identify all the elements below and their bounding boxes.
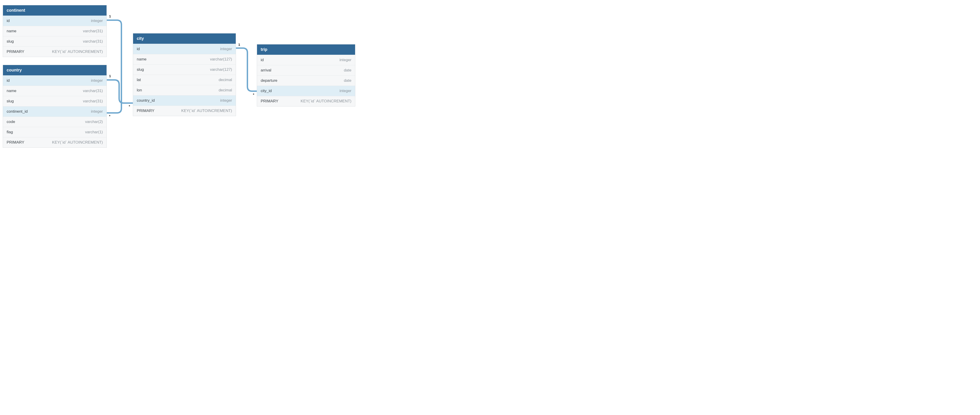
column-name: PRIMARY	[137, 108, 154, 113]
column-name: country_id	[137, 98, 154, 103]
column-row: name varchar(127)	[133, 54, 236, 64]
column-row: id integer	[133, 44, 236, 54]
cardinality-label-many: *	[253, 92, 254, 96]
column-type: integer	[339, 89, 352, 93]
column-row: PRIMARY KEY(`id` AUTOINCREMENT)	[3, 46, 107, 57]
column-type: date	[344, 78, 352, 83]
column-type: integer	[220, 98, 232, 103]
column-name: arrival	[261, 68, 271, 73]
column-name: code	[6, 119, 15, 124]
column-type: decimal	[218, 78, 232, 82]
column-row: name varchar(31)	[3, 26, 107, 36]
column-name: id	[137, 47, 140, 51]
column-type: integer	[339, 58, 352, 62]
column-type: KEY(`id` AUTOINCREMENT)	[301, 99, 352, 103]
column-name: name	[137, 57, 146, 62]
column-type: decimal	[218, 88, 232, 92]
column-type: integer	[91, 109, 103, 114]
column-type: integer	[91, 78, 103, 83]
column-row: id integer	[3, 16, 107, 26]
column-row: name varchar(31)	[3, 86, 107, 96]
column-type: varchar(127)	[210, 67, 232, 72]
column-name: PRIMARY	[6, 49, 24, 54]
column-type: integer	[220, 47, 232, 51]
column-name: slug	[137, 67, 144, 72]
entity-header: trip	[257, 45, 355, 55]
column-type: varchar(127)	[210, 57, 232, 62]
column-name: slug	[6, 99, 14, 103]
column-type: varchar(1)	[85, 130, 103, 134]
column-name: id	[6, 78, 10, 83]
column-type: KEY(`id` AUTOINCREMENT)	[52, 140, 103, 145]
cardinality-label-many: *	[129, 104, 130, 108]
column-row: slug varchar(31)	[3, 36, 107, 46]
column-name: city_id	[261, 89, 272, 93]
column-row: PRIMARY KEY(`id` AUTOINCREMENT)	[3, 137, 107, 148]
cardinality-label-one: 1	[238, 43, 240, 46]
column-name: flag	[6, 130, 13, 134]
entity-header: continent	[3, 5, 107, 16]
column-name: slug	[6, 39, 14, 44]
column-name: PRIMARY	[6, 140, 24, 145]
column-row: id integer	[257, 55, 355, 65]
entity-continent[interactable]: continent id integer name varchar(31) sl…	[3, 5, 107, 57]
column-type: KEY(`id` AUTOINCREMENT)	[181, 108, 232, 113]
column-name: lat	[137, 78, 141, 82]
column-row: country_id integer	[133, 95, 236, 106]
entity-country[interactable]: country id integer name varchar(31) slug…	[3, 65, 107, 148]
column-row: id integer	[3, 75, 107, 86]
column-row: slug varchar(31)	[3, 96, 107, 106]
column-type: KEY(`id` AUTOINCREMENT)	[52, 49, 103, 54]
column-name: continent_id	[6, 109, 28, 114]
column-type: varchar(31)	[83, 99, 103, 103]
cardinality-label-one: 1	[109, 74, 111, 78]
column-row: lon decimal	[133, 85, 236, 95]
column-type: varchar(31)	[83, 89, 103, 93]
column-row: continent_id integer	[3, 106, 107, 116]
column-name: name	[6, 29, 16, 33]
column-name: id	[261, 58, 264, 62]
column-row: slug varchar(127)	[133, 64, 236, 75]
column-type: varchar(31)	[83, 29, 103, 33]
entity-city[interactable]: city id integer name varchar(127) slug v…	[133, 33, 236, 116]
erd-canvas: 1 * 1 * 1 * continent id integer name va…	[0, 0, 360, 152]
column-row: code varchar(2)	[3, 116, 107, 127]
cardinality-label-many: *	[109, 114, 110, 118]
column-name: lon	[137, 88, 142, 92]
entity-header: country	[3, 65, 107, 75]
column-type: varchar(2)	[85, 119, 103, 124]
column-name: name	[6, 89, 16, 93]
column-row: lat decimal	[133, 75, 236, 85]
column-name: id	[6, 19, 10, 23]
column-row: city_id integer	[257, 86, 355, 96]
column-name: PRIMARY	[261, 99, 278, 103]
column-row: arrival date	[257, 65, 355, 75]
entity-header: city	[133, 33, 236, 44]
column-name: departure	[261, 78, 277, 83]
column-row: departure date	[257, 75, 355, 86]
cardinality-label-one: 1	[109, 14, 111, 18]
column-type: varchar(31)	[83, 39, 103, 44]
column-type: date	[344, 68, 352, 73]
column-row: PRIMARY KEY(`id` AUTOINCREMENT)	[133, 106, 236, 116]
column-type: integer	[91, 19, 103, 23]
column-row: flag varchar(1)	[3, 127, 107, 137]
entity-trip[interactable]: trip id integer arrival date departure d…	[257, 44, 355, 107]
column-row: PRIMARY KEY(`id` AUTOINCREMENT)	[257, 96, 355, 106]
